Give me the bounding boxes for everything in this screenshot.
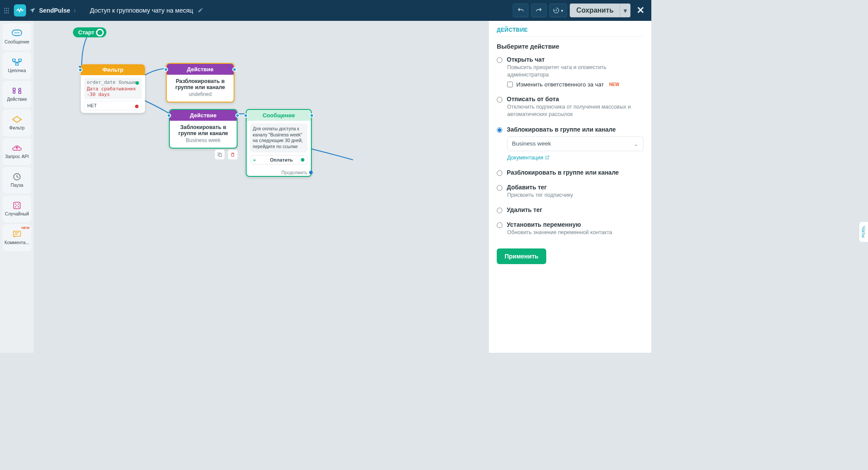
checkbox-change-responsible[interactable]: [507, 82, 513, 87]
external-link-icon: [545, 155, 550, 160]
svg-point-13: [15, 204, 16, 205]
sidebar-item-filter[interactable]: Фильтр: [3, 109, 31, 136]
option-unsubscribe[interactable]: Отписать от бота Отключить подписчика от…: [497, 96, 644, 118]
svg-point-10: [13, 91, 15, 93]
duplicate-button[interactable]: [215, 149, 225, 160]
action-node-block[interactable]: Действие Заблокировать в группе или кана…: [169, 109, 238, 149]
action-node-unblock[interactable]: Действие Разблокировать в группе или кан…: [166, 63, 234, 103]
filter-node[interactable]: Фильтр order_date больше Дата срабатыван…: [81, 64, 145, 113]
port-dot-icon: [135, 81, 139, 85]
svg-point-17: [18, 206, 19, 208]
option-block-group[interactable]: Заблокировать в группе или канале Busine…: [497, 126, 644, 161]
sidebar-item-comment[interactable]: NEW Коммента...: [3, 224, 31, 251]
sidebar-item-message[interactable]: Сообщение: [3, 23, 31, 50]
filter-condition-yes[interactable]: order_date больше Дата срабатывания -30 …: [84, 78, 142, 99]
node-port-in[interactable]: [164, 67, 168, 72]
option-set-variable[interactable]: Установить переменную Обновить значение …: [497, 221, 644, 236]
group-select[interactable]: Business week ⌄: [507, 136, 644, 151]
svg-rect-6: [16, 63, 18, 65]
svg-point-2: [17, 32, 18, 33]
svg-point-16: [15, 206, 16, 208]
flow-icon: [12, 58, 22, 66]
message-icon: [12, 29, 22, 38]
delete-button[interactable]: [228, 149, 238, 160]
sidebar-item-random[interactable]: Случайный: [3, 195, 31, 222]
sidebar-item-api[interactable]: Запрос API: [3, 138, 31, 165]
radio-set-var[interactable]: [497, 222, 502, 228]
action-icon: [12, 86, 22, 95]
redo-button[interactable]: [531, 3, 547, 17]
option-desc: Повысить приоритет чата и оповестить адм…: [507, 64, 644, 79]
documentation-link[interactable]: Документация: [507, 155, 550, 161]
action-subtitle: Business week: [173, 137, 233, 143]
history-button[interactable]: ▾: [549, 3, 567, 17]
new-badge: NEW: [609, 82, 619, 87]
action-node-header: Действие: [167, 64, 234, 75]
radio-open-chat[interactable]: [497, 57, 502, 63]
radio-unsubscribe[interactable]: [497, 97, 502, 103]
new-badge: NEW: [21, 226, 30, 230]
apply-button[interactable]: Применить: [497, 248, 546, 264]
option-open-chat[interactable]: Открыть чат Повысить приоритет чата и оп…: [497, 56, 644, 88]
option-add-tag[interactable]: Добавить тег Присвоить тег подписчику: [497, 184, 644, 199]
message-text: Для оплаты доступа к каналу "Business we…: [250, 123, 307, 152]
svg-rect-4: [13, 59, 15, 61]
properties-panel: ДЕЙСТВИЕ Выберите действие Открыть чат П…: [488, 21, 651, 353]
flow-canvas[interactable]: Старт Фильтр order_date больше Дата сраб…: [34, 21, 488, 353]
filter-icon: [12, 115, 22, 124]
option-desc: Обновить значение переменной контакта: [507, 229, 644, 236]
sidebar-item-flow[interactable]: Цепочка: [3, 52, 31, 79]
brand[interactable]: SendPulse: [14, 4, 70, 17]
node-port-out[interactable]: [235, 113, 240, 118]
svg-point-3: [18, 32, 20, 33]
svg-point-14: [18, 204, 19, 205]
radio-unblock[interactable]: [497, 170, 502, 176]
continue-row[interactable]: Продолжить: [247, 168, 311, 176]
option-desc: Отключить подписчика от получения массов…: [507, 103, 644, 118]
api-icon: [12, 144, 22, 152]
filter-condition-no[interactable]: НЕТ: [84, 101, 142, 110]
svg-point-9: [19, 88, 21, 90]
logo-icon: [14, 4, 26, 17]
undo-button[interactable]: [513, 3, 528, 17]
menu-dots-icon[interactable]: [3, 5, 10, 16]
svg-point-1: [15, 32, 16, 33]
start-node[interactable]: Старт: [73, 27, 106, 37]
sidebar-item-action[interactable]: Действие: [3, 81, 31, 108]
sidebar-item-pause[interactable]: Пауза: [3, 167, 31, 194]
close-button[interactable]: ✕: [633, 5, 648, 16]
radio-add-tag[interactable]: [497, 185, 502, 191]
node-port-out[interactable]: [310, 113, 314, 118]
edit-title-icon[interactable]: [198, 7, 204, 14]
action-title: Заблокировать в группе или канале: [173, 124, 233, 136]
filter-node-header: Фильтр: [81, 64, 145, 75]
svg-rect-8: [19, 91, 21, 93]
node-port-in[interactable]: [167, 113, 171, 118]
message-node-header: Сообщение: [247, 110, 311, 121]
chevron-down-icon: ⌄: [634, 140, 639, 147]
option-delete-tag[interactable]: Удалить тег: [497, 206, 644, 213]
message-node[interactable]: Сообщение Для оплаты доступа к каналу "B…: [246, 109, 312, 177]
radio-delete-tag[interactable]: [497, 208, 502, 213]
port-dot-icon: [309, 171, 313, 174]
option-unblock-group[interactable]: Разблокировать в группе или канале: [497, 169, 644, 176]
save-button[interactable]: Сохранить: [570, 3, 620, 17]
node-port-in[interactable]: [244, 113, 248, 118]
dice-icon: [12, 201, 22, 210]
flow-title: Доступ к групповому чату на месяц: [90, 7, 193, 14]
radio-block[interactable]: [497, 127, 502, 133]
svg-rect-18: [13, 232, 21, 237]
svg-rect-5: [19, 59, 21, 61]
panel-title: ДЕЙСТВИЕ: [497, 27, 644, 37]
pay-button-row[interactable]: » Оплатить: [250, 155, 307, 165]
node-port-in[interactable]: [78, 68, 83, 72]
save-caret-button[interactable]: ▾: [620, 3, 630, 17]
chevron-right-icon: »: [253, 157, 256, 162]
breadcrumb-chevron-icon: ›: [74, 7, 76, 14]
option-desc: Присвоить тег подписчику: [507, 192, 644, 199]
action-title: Разблокировать в группе или канале: [170, 78, 230, 90]
action-subtitle: undefined: [170, 91, 230, 97]
comment-icon: [12, 230, 22, 238]
node-port-out[interactable]: [232, 67, 237, 72]
telegram-icon: [30, 7, 36, 13]
